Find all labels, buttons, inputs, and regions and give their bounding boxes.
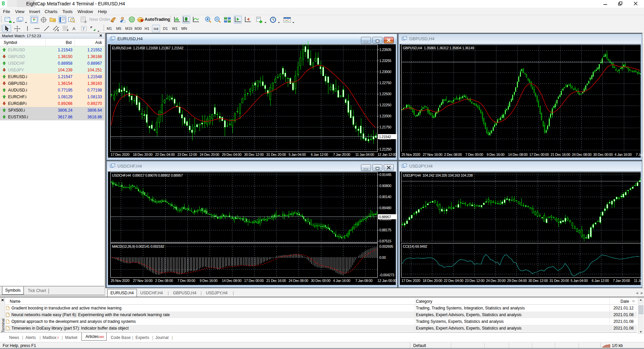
svg-text:1.23000: 1.23000 [379,70,391,74]
svg-text:0.88957: 0.88957 [379,215,391,219]
svg-text:2 Dec 08:00: 2 Dec 08:00 [155,279,173,283]
svg-text:25 Nov 2020: 25 Nov 2020 [111,279,129,283]
svg-text:CCI(14) 69.9492: CCI(14) 69.9492 [403,244,427,248]
svg-text:1.22250: 1.22250 [379,103,391,107]
svg-text:7 Dec 00:00: 7 Dec 00:00 [177,279,195,283]
svg-text:22 Dec 04:00: 22 Dec 04:00 [155,153,175,157]
svg-text:MACD(12,26,9) 0.002141 0.00218: MACD(12,26,9) 0.002141 0.002182 [112,244,164,248]
svg-text:1.22000: 1.22000 [379,114,391,118]
svg-text:USDCHF,H4 0.89017 0.89076 0.8: USDCHF,H4 0.89017 0.89076 0.88902 0.8895… [112,173,183,177]
svg-text:0.00: 0.00 [379,255,386,259]
svg-text:11 Jan 04:00: 11 Jan 04:00 [355,153,374,157]
svg-text:9 Dec 16:00: 9 Dec 16:00 [200,279,217,283]
svg-text:-0.004273: -0.004273 [379,273,394,277]
svg-text:29 Dec 04:00: 29 Dec 04:00 [507,279,527,283]
svg-text:0.88175: 0.88175 [379,228,391,232]
svg-text:23 Dec 12:00: 23 Dec 12:00 [465,279,485,283]
svg-text:24 Dec 20:00: 24 Dec 20:00 [486,279,506,283]
svg-text:0.87515: 0.87515 [379,239,391,243]
svg-text:5 Jan 04:00: 5 Jan 04:00 [571,279,588,283]
svg-text:18 Dec 20:00: 18 Dec 20:00 [133,153,153,157]
svg-text:4 Jan 16:00: 4 Jan 16:00 [614,153,632,157]
svg-text:7 Jan 08:00: 7 Jan 08:00 [355,279,373,283]
svg-text:24 Dec 20:00: 24 Dec 20:00 [200,153,219,157]
svg-text:29 Dec 04:00: 29 Dec 04:00 [222,153,242,157]
svg-text:31 Dec 20:00: 31 Dec 20:00 [266,153,286,157]
svg-text:18 Dec 20:00: 18 Dec 20:00 [423,279,442,283]
svg-text:2 Dec 08:00: 2 Dec 08:00 [444,153,462,157]
svg-text:30 Dec 12:00: 30 Dec 12:00 [244,153,264,157]
svg-text:27 Nov 16:00: 27 Nov 16:00 [133,279,153,283]
svg-text:31 Dec 20:00: 31 Dec 20:00 [549,279,569,283]
svg-text:0.91445: 0.91445 [379,173,391,177]
svg-text:27 Nov 16:00: 27 Nov 16:00 [423,153,443,157]
svg-text:21 Dec 16:00: 21 Dec 16:00 [551,153,571,157]
svg-text:1.23255: 1.23255 [379,59,391,63]
svg-text:24 Dec 08:00: 24 Dec 08:00 [288,279,308,283]
svg-text:17 Dec 00:00: 17 Dec 00:00 [244,279,264,283]
svg-text:1.21750: 1.21750 [379,125,391,129]
svg-text:12 Jan 00:00: 12 Jan 00:00 [378,279,397,283]
svg-text:1.22750: 1.22750 [379,81,391,85]
svg-text:0.002695: 0.002695 [379,244,393,248]
svg-text:9 Dec 16:00: 9 Dec 16:00 [487,153,504,157]
svg-text:USDJPY,H4 104.242 104.326 104: USDJPY,H4 104.242 104.326 104.163 104.23… [403,173,473,177]
svg-text:14 Dec 08:00: 14 Dec 08:00 [508,153,528,157]
svg-text:23 Dec 12:00: 23 Dec 12:00 [177,153,197,157]
svg-text:22 Dec 04:00: 22 Dec 04:00 [444,279,464,283]
svg-text:25 Nov 2020: 25 Nov 2020 [401,153,420,157]
svg-text:6 Jan 12:00: 6 Jan 12:00 [592,279,609,283]
svg-text:0.89480: 0.89480 [379,206,391,210]
svg-text:GBPUSD,H4 1.35865 1.36312 1.3: GBPUSD,H4 1.35865 1.36312 1.35804 1.3614… [403,46,474,50]
svg-text:17 Dec 2020: 17 Dec 2020 [111,153,129,157]
svg-text:7 Jan 20:00: 7 Jan 20:00 [613,279,630,283]
svg-text:7 Jan 20:00: 7 Jan 20:00 [333,153,351,157]
svg-text:30 Dec 12:00: 30 Dec 12:00 [528,279,548,283]
svg-text:0.90140: 0.90140 [379,195,391,199]
svg-text:EURUSD,H4 1.21458 1.21658 1.2: EURUSD,H4 1.21458 1.21658 1.21367 1.2154… [112,46,183,50]
svg-text:17 Dec 00:00: 17 Dec 00:00 [529,153,549,157]
svg-text:1.22500: 1.22500 [379,92,391,96]
svg-text:11 Ja: 11 Ja [634,279,642,283]
svg-text:A: A [72,26,75,31]
svg-text:T: T [83,27,85,31]
svg-text:4 Jan 16:00: 4 Jan 16:00 [333,279,351,283]
svg-text:7 Jan: 7 Jan [636,153,644,157]
svg-text:12 Jan 12:00: 12 Jan 12:00 [378,153,397,157]
svg-text:14 Dec 08:00: 14 Dec 08:00 [222,279,242,283]
svg-text:E: E [57,29,59,32]
svg-text:1.21250: 1.21250 [379,147,391,151]
svg-text:30 Dec 00:00: 30 Dec 00:00 [593,153,613,157]
svg-text:1.23505: 1.23505 [379,48,391,52]
svg-text:F: F [67,29,69,32]
svg-text:6 Jan 12:00: 6 Jan 12:00 [311,153,328,157]
svg-text:21 Dec 16:00: 21 Dec 16:00 [266,279,286,283]
svg-text:5 Jan 04:00: 5 Jan 04:00 [288,153,306,157]
svg-text:17 Dec 2020: 17 Dec 2020 [401,279,420,283]
svg-text:7 Dec 00:00: 7 Dec 00:00 [466,153,483,157]
svg-text:1.21542: 1.21542 [379,135,391,139]
svg-text:30 Dec 00:00: 30 Dec 00:00 [311,279,331,283]
svg-text:0.90800: 0.90800 [379,184,391,188]
svg-text:24 Dec 08:00: 24 Dec 08:00 [572,153,592,157]
